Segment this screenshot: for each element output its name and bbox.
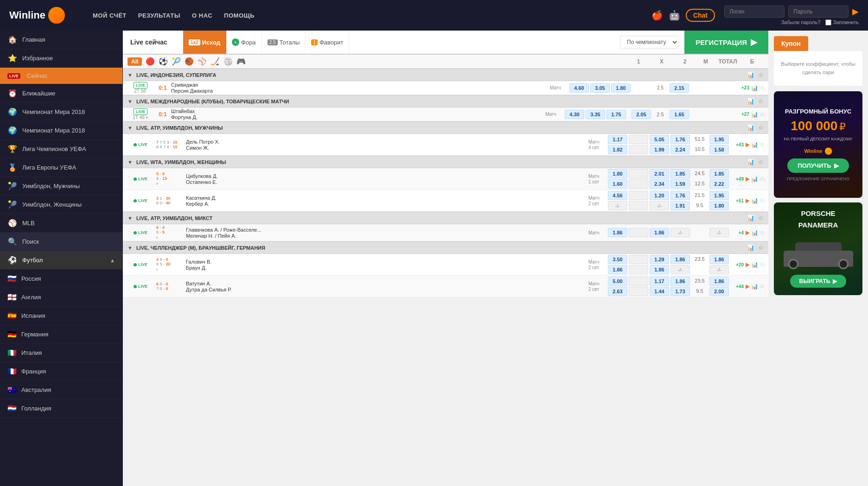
filter-basketball-icon[interactable]: 🏀 (185, 57, 194, 66)
odd-x-btn[interactable]: 3.05 (590, 83, 610, 93)
sidebar-item-france[interactable]: 🇫🇷 Франция (0, 362, 122, 381)
fav-icon[interactable]: ☆ (760, 176, 765, 182)
league-star-icon[interactable]: ☆ (758, 244, 764, 251)
odd1-1-btn[interactable]: 1.80 (608, 169, 627, 178)
more-bets-link[interactable]: +51 (731, 198, 744, 203)
remember-checkbox[interactable] (825, 19, 831, 25)
odd1-2-btn[interactable]: 1.29 (650, 255, 669, 264)
odd2-m-btn[interactable]: 1.59 (670, 179, 690, 189)
odd-2-btn[interactable]: 1.80 (611, 83, 631, 93)
tab-favorite[interactable]: 1 Фаворит (306, 31, 349, 54)
fav-icon[interactable]: ☆ (760, 261, 765, 268)
odd2-1-btn[interactable]: 1.86 (608, 265, 627, 274)
odd1-2-btn[interactable]: 2.01 (650, 169, 669, 178)
odd1-b-btn[interactable]: 1.85 (709, 169, 729, 178)
odd1-2-btn[interactable]: 1.20 (650, 191, 669, 200)
chat-button[interactable]: Chat (686, 9, 715, 22)
sidebar-item-ucl[interactable]: 🏆 Лига Чемпионов УЕФА (0, 140, 122, 158)
odd1-1-btn[interactable]: 5.00 (608, 277, 627, 286)
logo[interactable]: Winline (9, 7, 65, 24)
total-m-btn[interactable]: 2.05 (632, 110, 651, 119)
sidebar-item-home[interactable]: 🏠 Главная (0, 31, 122, 49)
register-button[interactable]: РЕГИСТРАЦИЯ ▶ (684, 31, 768, 54)
more-bets-link[interactable]: +27 (736, 112, 749, 117)
league-chart-icon[interactable]: 📊 (747, 244, 754, 251)
championship-select[interactable]: По чемпионату (620, 36, 679, 49)
odd1-b-btn[interactable]: 1.86 (709, 277, 729, 286)
filter-esports-icon[interactable]: 🎮 (236, 57, 246, 66)
league-header-challenger[interactable]: ▼ LIVE, ЧЕЛЛЕНДЖЕР (М), БРАУНШВЕЙГ, ГЕРМ… (123, 241, 768, 254)
league-star-icon[interactable]: ☆ (758, 124, 764, 131)
sidebar-item-football[interactable]: ⚽ Футбол ▲ (0, 251, 122, 270)
odd1-m-btn[interactable]: 1.76 (670, 191, 690, 200)
odd1-1-btn[interactable]: 4.56 (608, 191, 627, 200)
sidebar-item-netherlands[interactable]: 🇳🇱 Голландия (0, 399, 122, 418)
sidebar-item-wimbledon-women[interactable]: 🎾 Уимблдон, Женщины (0, 196, 122, 214)
league-star-icon[interactable]: ☆ (758, 98, 764, 105)
sidebar-item-search[interactable]: 🔍 Поиск (0, 233, 122, 251)
league-chart-icon[interactable]: 📊 (747, 158, 754, 165)
odd-2-btn[interactable]: 1.86 (650, 228, 669, 237)
league-header-intl[interactable]: ▼ LIVE, МЕЖДУНАРОДНЫЕ (КЛУБЫ), ТОВАРИЩЕС… (123, 95, 768, 107)
android-icon[interactable]: 🤖 (669, 10, 680, 21)
odd-2-btn[interactable]: 1.75 (606, 110, 626, 119)
odd2-2-btn[interactable]: 1.99 (650, 145, 669, 154)
chart-icon[interactable]: 📊 (751, 261, 758, 268)
chart-icon[interactable]: 📊 (751, 111, 758, 118)
forgot-password-link[interactable]: Забыли пароль? (781, 19, 821, 25)
odd2-2-btn[interactable]: 1.44 (650, 287, 669, 296)
odd1-1-btn[interactable]: 3.50 (608, 255, 627, 264)
chart-icon[interactable]: 📊 (751, 283, 758, 290)
league-chart-icon[interactable]: 📊 (747, 124, 754, 131)
odd1-2-btn[interactable]: 5.05 (650, 135, 669, 144)
odd2-b-btn[interactable]: 1.80 (709, 201, 729, 210)
odd2-b-btn[interactable]: 2.22 (709, 179, 729, 189)
stream-icon[interactable]: ▶ (746, 229, 750, 236)
sidebar-item-russia[interactable]: 🇷🇺 Россия (0, 270, 122, 288)
stream-icon[interactable]: ▶ (746, 197, 750, 204)
championship-selector[interactable]: По чемпионату (614, 31, 684, 54)
bonus-ad-banner[interactable]: РАЗГРОМНЫЙ БОНУС 100 000 ₽ НА ПЕРВЫЙ ДЕП… (774, 91, 862, 198)
odd1-1-btn[interactable]: 1.17 (608, 135, 627, 144)
odd2-b-btn[interactable]: 1.58 (709, 145, 729, 154)
sidebar-item-worldcup2[interactable]: 🌍 Чемпионат Мира 2018 (0, 121, 122, 140)
filter-baseball-icon[interactable]: ⚾ (198, 57, 207, 66)
login-input[interactable] (724, 6, 785, 18)
stream-icon[interactable]: ▶ (746, 283, 750, 290)
total-b-btn[interactable]: 2.15 (670, 83, 689, 93)
more-bets-link[interactable]: +4 (731, 230, 744, 235)
tab-outcome[interactable]: 1x2 Исход (183, 31, 226, 54)
odd2-m-btn[interactable]: 1.73 (670, 287, 690, 296)
car-ad-banner[interactable]: PORSCHE PANAMERA ВЫИГРАТЬ ▶ (774, 202, 862, 295)
filter-football-icon[interactable]: ⚽ (159, 57, 168, 66)
fav-icon[interactable]: ☆ (760, 85, 765, 91)
fav-icon[interactable]: ☆ (760, 283, 765, 290)
league-star-icon[interactable]: ☆ (758, 71, 764, 78)
odd-1-btn[interactable]: 4.60 (569, 83, 589, 93)
filter-volleyball-icon[interactable]: 🏐 (223, 57, 233, 66)
stream-icon[interactable]: ▶ (746, 176, 750, 182)
sidebar-item-australia[interactable]: 🇦🇺 Австралия (0, 381, 122, 399)
chart-icon[interactable]: 📊 (751, 141, 758, 148)
sidebar-item-germany[interactable]: 🇩🇪 Германия (0, 325, 122, 344)
chart-icon[interactable]: 📊 (751, 229, 758, 236)
league-star-icon[interactable]: ☆ (758, 215, 764, 221)
odd1-2-btn[interactable]: 1.17 (650, 277, 669, 286)
odd2-m-btn[interactable]: 2.24 (670, 145, 690, 154)
league-chart-icon[interactable]: 📊 (747, 98, 754, 105)
sidebar-item-mlb[interactable]: ⚾ MLB (0, 214, 122, 233)
league-star-icon[interactable]: ☆ (758, 158, 764, 165)
chart-icon[interactable]: 📊 (751, 85, 758, 91)
sidebar-item-worldcup1[interactable]: 🌍 Чемпионат Мира 2018 (0, 103, 122, 121)
tab-totals[interactable]: 2.5 Тоталы (262, 31, 306, 54)
fav-icon[interactable]: ☆ (760, 229, 765, 236)
more-bets-link[interactable]: +43 (731, 142, 744, 147)
nav-myaccount[interactable]: МОЙ СЧЁТ (93, 12, 127, 19)
login-button[interactable]: ▶ (852, 6, 859, 17)
sidebar-item-live[interactable]: LIVE Сейчас (0, 68, 122, 84)
odd1-m-btn[interactable]: 1.86 (670, 277, 690, 286)
sidebar-item-spain[interactable]: 🇪🇸 Испания (0, 307, 122, 325)
sidebar-item-italy[interactable]: 🇮🇹 Италия (0, 344, 122, 362)
sidebar-item-england[interactable]: 🏴󠁧󠁢󠁥󠁮󠁧󠁿 Англия (0, 288, 122, 307)
sidebar-item-favorites[interactable]: ⭐ Избранное (0, 49, 122, 68)
